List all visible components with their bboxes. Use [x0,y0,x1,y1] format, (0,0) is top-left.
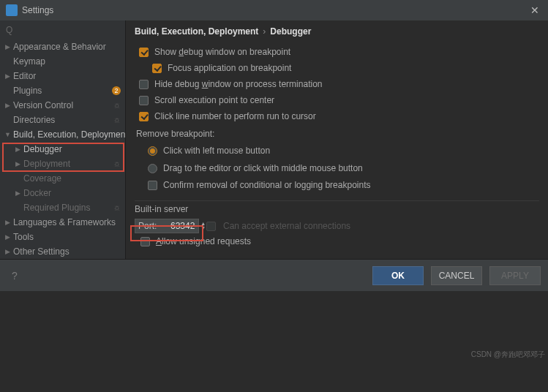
radio-icon[interactable] [148,146,157,156]
remove-bp-label: Remove breakpoint: [136,129,539,139]
gear-icon: ⛭ [113,204,121,212]
checkbox-icon[interactable] [152,64,162,73]
footer: ? OK CANCEL APPLY [0,259,548,291]
opt-hide-debug[interactable]: Hide debug window on process termination [139,76,539,92]
cancel-button[interactable]: CANCEL [431,266,482,285]
ext-connections-label: Can accept external connections [223,221,350,231]
titlebar: Settings ✕ [0,0,548,20]
sidebar-item-languages[interactable]: Languages & Frameworks [0,215,125,230]
sidebar-item-vcs[interactable]: Version Control⛭ [0,98,125,113]
opt-focus-app[interactable]: Focus application on breakpoint [152,60,539,76]
sidebar-item-appearance[interactable]: Appearance & Behavior [0,39,125,54]
chevron-right-icon: › [263,26,266,37]
opt-show-debug[interactable]: Show debug window on breakpoint [139,44,539,60]
checkbox-icon[interactable] [139,112,149,121]
opt-allow-unsigned[interactable]: Allow unsigned requests [140,233,539,249]
gear-icon: ⛭ [113,102,121,110]
sidebar-item-debugger[interactable]: Debugger [0,142,125,157]
sidebar-item-tools[interactable]: Tools [0,230,125,244]
sidebar-item-deployment[interactable]: Deployment⛭ [0,157,125,171]
checkbox-icon[interactable] [206,222,216,231]
ok-button[interactable]: OK [372,266,424,285]
builtin-server-title: Built-in server [135,200,539,214]
opt-scroll-center[interactable]: Scroll execution point to center [139,92,539,108]
breadcrumb-leaf: Debugger [270,26,311,37]
checkbox-icon[interactable] [140,237,150,246]
settings-tree: Appearance & Behavior Keymap Editor Plug… [0,39,125,259]
rb-left-click[interactable]: Click with left mouse button [148,142,539,159]
apply-button[interactable]: APPLY [489,266,541,285]
sidebar-item-required-plugins[interactable]: Required Plugins⛭ [0,200,125,215]
checkbox-icon[interactable] [139,48,149,57]
watermark: CSDN @奔跑吧邓邓子 [471,350,545,360]
sidebar-item-editor[interactable]: Editor [0,69,125,83]
port-label: Port: [138,221,157,231]
gear-icon: ⛭ [113,160,121,168]
radio-icon[interactable] [148,164,157,173]
sidebar-item-build[interactable]: Build, Execution, Deployment [0,127,125,142]
sidebar-item-coverage[interactable]: Coverage [0,171,125,186]
port-input[interactable] [162,221,195,231]
port-field[interactable]: Port: ▲▼ [135,219,199,233]
opt-confirm-remove[interactable]: Confirm removal of conditional or loggin… [148,177,539,193]
sidebar-item-other[interactable]: Other Settings [0,244,125,259]
stepper-icon[interactable]: ▲▼ [200,222,206,230]
sidebar-item-plugins[interactable]: Plugins2 [0,83,125,98]
sidebar: Q Appearance & Behavior Keymap Editor Pl… [0,20,126,259]
sidebar-item-keymap[interactable]: Keymap [0,54,125,69]
rb-middle-click[interactable]: Drag to the editor or click with middle … [148,159,539,177]
search-row: Q [0,20,125,39]
sidebar-item-directories[interactable]: Directories⛭ [0,113,125,127]
checkbox-icon[interactable] [139,96,149,105]
breadcrumb-root[interactable]: Build, Execution, Deployment [135,26,258,37]
gear-icon: ⛭ [113,116,121,124]
search-icon: Q [6,25,12,35]
close-icon[interactable]: ✕ [528,4,542,16]
breadcrumb: Build, Execution, Deployment › Debugger [135,25,539,44]
plugins-badge: 2 [112,86,121,95]
app-icon [6,4,18,16]
opt-click-line[interactable]: Click line number to perform run to curs… [139,108,539,124]
search-input[interactable] [12,25,122,35]
checkbox-icon[interactable] [139,80,149,89]
window-title: Settings [22,5,528,15]
help-button[interactable]: ? [7,268,22,283]
main-panel: Build, Execution, Deployment › Debugger … [126,20,548,259]
checkbox-icon[interactable] [148,181,157,190]
sidebar-item-docker[interactable]: Docker [0,186,125,200]
